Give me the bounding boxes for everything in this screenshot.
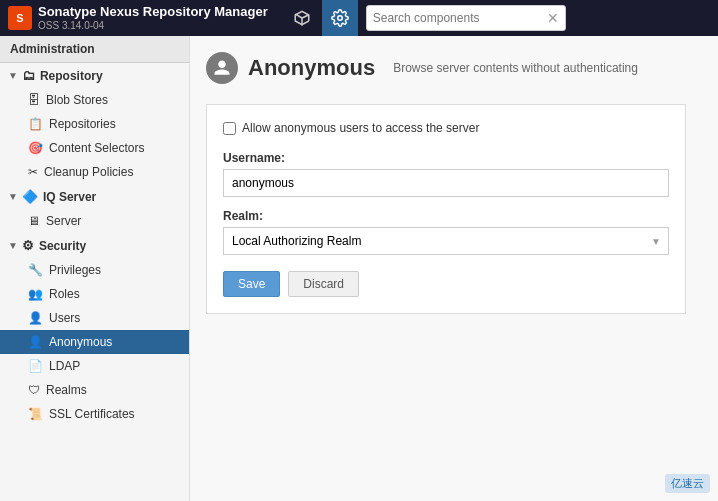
settings-nav-item[interactable] <box>322 0 358 36</box>
topbar: S Sonatype Nexus Repository Manager OSS … <box>0 0 718 36</box>
realm-select-wrapper: Local Authorizing Realm ▼ <box>223 227 669 255</box>
anonymous-icon: 👤 <box>28 335 43 349</box>
privileges-icon: 🔧 <box>28 263 43 277</box>
sidebar-item-content-selectors[interactable]: 🎯 Content Selectors <box>0 136 189 160</box>
sidebar-group-repository-toggle[interactable]: ▼ 🗂 Repository <box>0 63 189 88</box>
page-icon <box>206 52 238 84</box>
search-input[interactable] <box>373 11 547 25</box>
svg-line-2 <box>302 15 309 18</box>
sidebar-item-blob-stores[interactable]: 🗄 Blob Stores <box>0 88 189 112</box>
ldap-icon: 📄 <box>28 359 43 373</box>
sidebar-group-security-toggle[interactable]: ▼ ⚙ Security <box>0 233 189 258</box>
anonymous-form: Allow anonymous users to access the serv… <box>206 104 686 314</box>
sidebar-item-privileges[interactable]: 🔧 Privileges <box>0 258 189 282</box>
content-selectors-icon: 🎯 <box>28 141 43 155</box>
iq-server-group-icon: 🔷 <box>22 189 38 204</box>
users-icon: 👤 <box>28 311 43 325</box>
app-logo: S Sonatype Nexus Repository Manager OSS … <box>8 4 268 32</box>
repositories-icon: 📋 <box>28 117 43 131</box>
sidebar-group-iq-server: ▼ 🔷 IQ Server 🖥 Server <box>0 184 189 233</box>
sidebar-item-users[interactable]: 👤 Users <box>0 306 189 330</box>
sidebar-item-realms[interactable]: 🛡 Realms <box>0 378 189 402</box>
allow-anonymous-label: Allow anonymous users to access the serv… <box>242 121 479 135</box>
allow-anonymous-row: Allow anonymous users to access the serv… <box>223 121 669 135</box>
main-layout: Administration ▼ 🗂 Repository 🗄 Blob Sto… <box>0 36 718 501</box>
sidebar-group-repository: ▼ 🗂 Repository 🗄 Blob Stores 📋 Repositor… <box>0 63 189 184</box>
sidebar: Administration ▼ 🗂 Repository 🗄 Blob Sto… <box>0 36 190 501</box>
sidebar-item-cleanup-policies[interactable]: ✂ Cleanup Policies <box>0 160 189 184</box>
sidebar-item-server[interactable]: 🖥 Server <box>0 209 189 233</box>
realm-label: Realm: <box>223 209 669 223</box>
ssl-icon: 📜 <box>28 407 43 421</box>
discard-button[interactable]: Discard <box>288 271 359 297</box>
svg-point-3 <box>337 16 342 21</box>
repository-group-icon: 🗂 <box>22 68 35 83</box>
search-box[interactable]: ✕ <box>366 5 566 31</box>
content-header: Anonymous Browse server contents without… <box>206 52 702 84</box>
watermark: 亿速云 <box>665 474 710 493</box>
sidebar-item-ssl-certificates[interactable]: 📜 SSL Certificates <box>0 402 189 426</box>
page-title: Anonymous <box>248 55 375 81</box>
realm-select[interactable]: Local Authorizing Realm <box>223 227 669 255</box>
sidebar-item-roles[interactable]: 👥 Roles <box>0 282 189 306</box>
form-buttons: Save Discard <box>223 271 669 297</box>
arrow-down-icon-2: ▼ <box>8 191 18 202</box>
roles-icon: 👥 <box>28 287 43 301</box>
blob-stores-icon: 🗄 <box>28 93 40 107</box>
search-clear-icon[interactable]: ✕ <box>547 10 559 26</box>
sidebar-header: Administration <box>0 36 189 63</box>
sidebar-item-ldap[interactable]: 📄 LDAP <box>0 354 189 378</box>
svg-line-0 <box>295 14 302 18</box>
allow-anonymous-checkbox[interactable] <box>223 122 236 135</box>
page-subtitle: Browse server contents without authentic… <box>393 61 638 75</box>
username-input[interactable] <box>223 169 669 197</box>
sidebar-item-repositories[interactable]: 📋 Repositories <box>0 112 189 136</box>
server-icon: 🖥 <box>28 214 40 228</box>
security-group-icon: ⚙ <box>22 238 34 253</box>
username-label: Username: <box>223 151 669 165</box>
cleanup-policies-icon: ✂ <box>28 165 38 179</box>
logo-icon: S <box>8 6 32 30</box>
cube-nav-item[interactable] <box>284 0 320 36</box>
sidebar-item-anonymous[interactable]: 👤 Anonymous <box>0 330 189 354</box>
topbar-nav <box>284 0 358 36</box>
arrow-down-icon: ▼ <box>8 70 18 81</box>
sidebar-group-iq-server-toggle[interactable]: ▼ 🔷 IQ Server <box>0 184 189 209</box>
content-area: Anonymous Browse server contents without… <box>190 36 718 501</box>
realm-group: Realm: Local Authorizing Realm ▼ <box>223 209 669 255</box>
arrow-down-icon-3: ▼ <box>8 240 18 251</box>
sidebar-group-security: ▼ ⚙ Security 🔧 Privileges 👥 Roles 👤 User… <box>0 233 189 426</box>
app-title: Sonatype Nexus Repository Manager OSS 3.… <box>38 4 268 32</box>
username-group: Username: <box>223 151 669 197</box>
save-button[interactable]: Save <box>223 271 280 297</box>
realms-icon: 🛡 <box>28 383 40 397</box>
